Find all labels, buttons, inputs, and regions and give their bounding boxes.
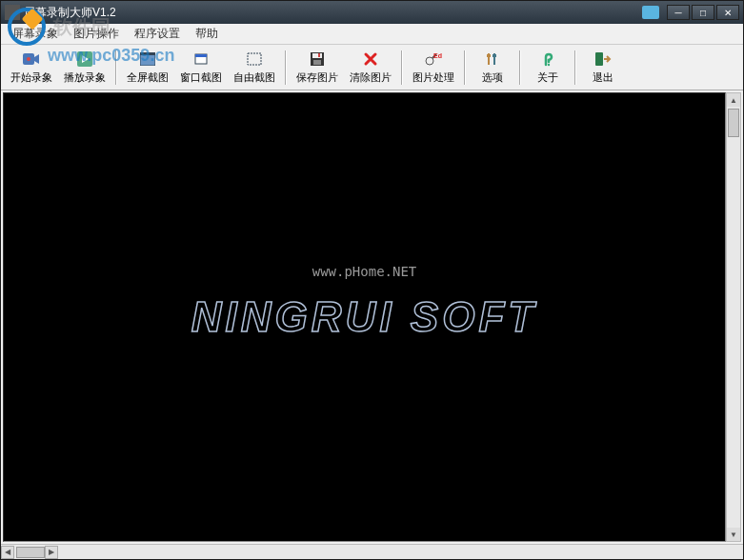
svg-point-1 — [27, 57, 30, 61]
menu-bar: 屏幕录象 图片操作 程序设置 帮助 — [1, 24, 743, 45]
svg-point-16 — [548, 64, 550, 66]
splash-brand: NINGRUI SOFT — [191, 293, 537, 341]
options-icon — [483, 50, 502, 69]
clear-icon — [361, 50, 380, 69]
play-icon — [75, 50, 94, 69]
scroll-right-arrow[interactable]: ▶ — [45, 546, 58, 559]
edit-icon: Edit — [424, 50, 443, 69]
window-icon — [191, 50, 211, 69]
about-button[interactable]: 关于 — [525, 48, 571, 87]
toolbar-separator — [285, 50, 287, 85]
menu-help[interactable]: 帮助 — [188, 24, 226, 44]
fullscreen-icon — [138, 50, 157, 69]
scroll-left-arrow[interactable]: ◀ — [1, 546, 14, 559]
svg-rect-6 — [195, 54, 207, 57]
exit-icon — [593, 50, 613, 69]
fullscreen-capture-button[interactable]: 全屏截图 — [121, 48, 174, 87]
svg-rect-7 — [248, 53, 261, 65]
start-record-button[interactable]: 开始录象 — [5, 48, 58, 87]
free-capture-button[interactable]: 自由截图 — [228, 48, 281, 87]
toolbar-separator — [464, 50, 466, 85]
splash-url: www.pHome.NET — [312, 264, 417, 279]
svg-rect-9 — [312, 53, 322, 58]
svg-text:Edit: Edit — [433, 52, 442, 59]
app-window: 屏幕录制大师V1.2 ─ □ ✕ 屏幕录象 图片操作 程序设置 帮助 开始录象 … — [0, 0, 744, 560]
record-icon — [22, 50, 41, 69]
scroll-down-arrow[interactable]: ▼ — [727, 528, 740, 541]
svg-point-12 — [426, 57, 433, 65]
svg-rect-4 — [140, 52, 155, 55]
preview-canvas: www.pHome.NET NINGRUI SOFT — [3, 92, 726, 542]
clear-image-button[interactable]: 清除图片 — [344, 48, 397, 87]
save-image-button[interactable]: 保存图片 — [291, 48, 344, 87]
about-icon — [538, 50, 557, 69]
svg-rect-17 — [595, 52, 603, 66]
svg-rect-15 — [493, 54, 496, 57]
image-edit-button[interactable]: Edit 图片处理 — [407, 48, 460, 87]
options-button[interactable]: 选项 — [470, 48, 515, 87]
menu-settings[interactable]: 程序设置 — [127, 24, 188, 44]
app-icon — [5, 5, 20, 20]
close-button[interactable]: ✕ — [716, 5, 739, 20]
svg-rect-11 — [318, 53, 320, 57]
svg-rect-14 — [487, 54, 491, 57]
menu-image[interactable]: 图片操作 — [66, 24, 127, 44]
toolbar: 开始录象 播放录象 全屏截图 窗口截图 自由截图 — [1, 45, 743, 90]
play-record-button[interactable]: 播放录象 — [58, 48, 111, 87]
minimize-button[interactable]: ─ — [667, 5, 690, 20]
title-bar[interactable]: 屏幕录制大师V1.2 ─ □ ✕ — [1, 1, 743, 24]
window-capture-button[interactable]: 窗口截图 — [174, 48, 228, 87]
content-area: www.pHome.NET NINGRUI SOFT ▲ ▼ — [1, 90, 743, 544]
toolbar-separator — [115, 50, 117, 85]
svg-rect-10 — [313, 60, 321, 65]
system-tray-icon[interactable] — [642, 6, 659, 19]
menu-record[interactable]: 屏幕录象 — [5, 24, 66, 44]
horizontal-scrollbar[interactable]: ◀ ▶ — [1, 544, 743, 559]
scroll-up-arrow[interactable]: ▲ — [727, 93, 740, 107]
toolbar-separator — [574, 50, 576, 85]
scroll-thumb[interactable] — [16, 547, 45, 558]
vertical-scrollbar[interactable]: ▲ ▼ — [726, 92, 741, 542]
exit-button[interactable]: 退出 — [580, 48, 626, 87]
free-select-icon — [245, 50, 264, 69]
maximize-button[interactable]: □ — [692, 5, 714, 20]
save-icon — [308, 50, 327, 69]
toolbar-separator — [519, 50, 521, 85]
window-title: 屏幕录制大师V1.2 — [24, 5, 642, 21]
toolbar-separator — [401, 50, 403, 85]
scroll-thumb[interactable] — [728, 109, 739, 137]
